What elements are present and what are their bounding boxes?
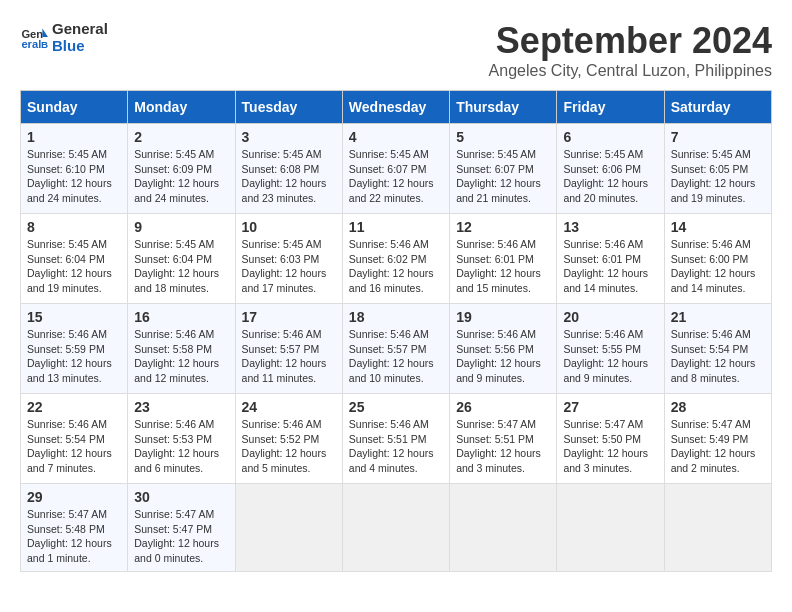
day-number: 19 — [456, 309, 550, 325]
title-section: September 2024 Angeles City, Central Luz… — [489, 20, 772, 80]
logo-text-line1: General — [52, 20, 108, 37]
empty-cell — [664, 484, 771, 572]
page-header: Gen eral B General Blue September 2024 A… — [20, 20, 772, 80]
header-thursday: Thursday — [450, 91, 557, 124]
day-cell-10: 10Sunrise: 5:45 AM Sunset: 6:03 PM Dayli… — [235, 214, 342, 304]
empty-cell — [235, 484, 342, 572]
day-number: 4 — [349, 129, 443, 145]
day-cell-14: 14Sunrise: 5:46 AM Sunset: 6:00 PM Dayli… — [664, 214, 771, 304]
day-info: Sunrise: 5:45 AM Sunset: 6:10 PM Dayligh… — [27, 147, 121, 206]
day-cell-18: 18Sunrise: 5:46 AM Sunset: 5:57 PM Dayli… — [342, 304, 449, 394]
svg-text:B: B — [41, 39, 48, 50]
day-info: Sunrise: 5:46 AM Sunset: 6:00 PM Dayligh… — [671, 237, 765, 296]
day-info: Sunrise: 5:46 AM Sunset: 6:01 PM Dayligh… — [563, 237, 657, 296]
day-number: 30 — [134, 489, 228, 505]
day-cell-30: 30Sunrise: 5:47 AM Sunset: 5:47 PM Dayli… — [128, 484, 235, 572]
day-cell-17: 17Sunrise: 5:46 AM Sunset: 5:57 PM Dayli… — [235, 304, 342, 394]
day-number: 24 — [242, 399, 336, 415]
calendar-table: SundayMondayTuesdayWednesdayThursdayFrid… — [20, 90, 772, 572]
day-cell-4: 4Sunrise: 5:45 AM Sunset: 6:07 PM Daylig… — [342, 124, 449, 214]
day-number: 29 — [27, 489, 121, 505]
day-info: Sunrise: 5:45 AM Sunset: 6:03 PM Dayligh… — [242, 237, 336, 296]
calendar-week-2: 8Sunrise: 5:45 AM Sunset: 6:04 PM Daylig… — [21, 214, 772, 304]
day-cell-16: 16Sunrise: 5:46 AM Sunset: 5:58 PM Dayli… — [128, 304, 235, 394]
day-info: Sunrise: 5:46 AM Sunset: 5:54 PM Dayligh… — [27, 417, 121, 476]
day-cell-19: 19Sunrise: 5:46 AM Sunset: 5:56 PM Dayli… — [450, 304, 557, 394]
day-number: 8 — [27, 219, 121, 235]
day-number: 3 — [242, 129, 336, 145]
day-cell-5: 5Sunrise: 5:45 AM Sunset: 6:07 PM Daylig… — [450, 124, 557, 214]
day-cell-13: 13Sunrise: 5:46 AM Sunset: 6:01 PM Dayli… — [557, 214, 664, 304]
day-number: 18 — [349, 309, 443, 325]
calendar-week-3: 15Sunrise: 5:46 AM Sunset: 5:59 PM Dayli… — [21, 304, 772, 394]
header-wednesday: Wednesday — [342, 91, 449, 124]
day-cell-11: 11Sunrise: 5:46 AM Sunset: 6:02 PM Dayli… — [342, 214, 449, 304]
day-number: 5 — [456, 129, 550, 145]
day-number: 27 — [563, 399, 657, 415]
calendar-week-1: 1Sunrise: 5:45 AM Sunset: 6:10 PM Daylig… — [21, 124, 772, 214]
day-cell-22: 22Sunrise: 5:46 AM Sunset: 5:54 PM Dayli… — [21, 394, 128, 484]
day-info: Sunrise: 5:45 AM Sunset: 6:07 PM Dayligh… — [349, 147, 443, 206]
day-info: Sunrise: 5:46 AM Sunset: 5:55 PM Dayligh… — [563, 327, 657, 386]
day-cell-3: 3Sunrise: 5:45 AM Sunset: 6:08 PM Daylig… — [235, 124, 342, 214]
day-info: Sunrise: 5:45 AM Sunset: 6:08 PM Dayligh… — [242, 147, 336, 206]
logo-text-line2: Blue — [52, 37, 108, 54]
day-info: Sunrise: 5:47 AM Sunset: 5:51 PM Dayligh… — [456, 417, 550, 476]
day-cell-2: 2Sunrise: 5:45 AM Sunset: 6:09 PM Daylig… — [128, 124, 235, 214]
day-cell-20: 20Sunrise: 5:46 AM Sunset: 5:55 PM Dayli… — [557, 304, 664, 394]
day-number: 12 — [456, 219, 550, 235]
header-row: SundayMondayTuesdayWednesdayThursdayFrid… — [21, 91, 772, 124]
day-cell-1: 1Sunrise: 5:45 AM Sunset: 6:10 PM Daylig… — [21, 124, 128, 214]
day-cell-25: 25Sunrise: 5:46 AM Sunset: 5:51 PM Dayli… — [342, 394, 449, 484]
day-info: Sunrise: 5:45 AM Sunset: 6:06 PM Dayligh… — [563, 147, 657, 206]
day-number: 14 — [671, 219, 765, 235]
day-cell-6: 6Sunrise: 5:45 AM Sunset: 6:06 PM Daylig… — [557, 124, 664, 214]
day-cell-23: 23Sunrise: 5:46 AM Sunset: 5:53 PM Dayli… — [128, 394, 235, 484]
day-cell-21: 21Sunrise: 5:46 AM Sunset: 5:54 PM Dayli… — [664, 304, 771, 394]
day-info: Sunrise: 5:46 AM Sunset: 5:52 PM Dayligh… — [242, 417, 336, 476]
day-info: Sunrise: 5:45 AM Sunset: 6:04 PM Dayligh… — [27, 237, 121, 296]
day-info: Sunrise: 5:46 AM Sunset: 6:01 PM Dayligh… — [456, 237, 550, 296]
header-monday: Monday — [128, 91, 235, 124]
day-number: 26 — [456, 399, 550, 415]
day-cell-24: 24Sunrise: 5:46 AM Sunset: 5:52 PM Dayli… — [235, 394, 342, 484]
day-info: Sunrise: 5:46 AM Sunset: 5:56 PM Dayligh… — [456, 327, 550, 386]
day-info: Sunrise: 5:46 AM Sunset: 5:57 PM Dayligh… — [349, 327, 443, 386]
day-number: 16 — [134, 309, 228, 325]
day-info: Sunrise: 5:46 AM Sunset: 5:59 PM Dayligh… — [27, 327, 121, 386]
day-info: Sunrise: 5:47 AM Sunset: 5:49 PM Dayligh… — [671, 417, 765, 476]
logo: Gen eral B General Blue — [20, 20, 108, 54]
day-number: 9 — [134, 219, 228, 235]
empty-cell — [450, 484, 557, 572]
day-info: Sunrise: 5:46 AM Sunset: 6:02 PM Dayligh… — [349, 237, 443, 296]
empty-cell — [557, 484, 664, 572]
day-info: Sunrise: 5:47 AM Sunset: 5:50 PM Dayligh… — [563, 417, 657, 476]
header-saturday: Saturday — [664, 91, 771, 124]
day-info: Sunrise: 5:46 AM Sunset: 5:53 PM Dayligh… — [134, 417, 228, 476]
day-info: Sunrise: 5:46 AM Sunset: 5:57 PM Dayligh… — [242, 327, 336, 386]
day-number: 21 — [671, 309, 765, 325]
day-info: Sunrise: 5:47 AM Sunset: 5:48 PM Dayligh… — [27, 507, 121, 566]
day-info: Sunrise: 5:45 AM Sunset: 6:09 PM Dayligh… — [134, 147, 228, 206]
day-cell-8: 8Sunrise: 5:45 AM Sunset: 6:04 PM Daylig… — [21, 214, 128, 304]
day-info: Sunrise: 5:45 AM Sunset: 6:05 PM Dayligh… — [671, 147, 765, 206]
logo-icon: Gen eral B — [20, 23, 48, 51]
day-info: Sunrise: 5:46 AM Sunset: 5:58 PM Dayligh… — [134, 327, 228, 386]
day-cell-29: 29Sunrise: 5:47 AM Sunset: 5:48 PM Dayli… — [21, 484, 128, 572]
day-cell-12: 12Sunrise: 5:46 AM Sunset: 6:01 PM Dayli… — [450, 214, 557, 304]
day-number: 7 — [671, 129, 765, 145]
header-tuesday: Tuesday — [235, 91, 342, 124]
calendar-week-5: 29Sunrise: 5:47 AM Sunset: 5:48 PM Dayli… — [21, 484, 772, 572]
svg-marker-2 — [42, 29, 48, 37]
day-cell-26: 26Sunrise: 5:47 AM Sunset: 5:51 PM Dayli… — [450, 394, 557, 484]
day-cell-28: 28Sunrise: 5:47 AM Sunset: 5:49 PM Dayli… — [664, 394, 771, 484]
day-cell-7: 7Sunrise: 5:45 AM Sunset: 6:05 PM Daylig… — [664, 124, 771, 214]
day-info: Sunrise: 5:45 AM Sunset: 6:04 PM Dayligh… — [134, 237, 228, 296]
day-cell-15: 15Sunrise: 5:46 AM Sunset: 5:59 PM Dayli… — [21, 304, 128, 394]
day-number: 17 — [242, 309, 336, 325]
day-cell-9: 9Sunrise: 5:45 AM Sunset: 6:04 PM Daylig… — [128, 214, 235, 304]
day-number: 13 — [563, 219, 657, 235]
svg-text:eral: eral — [21, 38, 41, 50]
day-cell-27: 27Sunrise: 5:47 AM Sunset: 5:50 PM Dayli… — [557, 394, 664, 484]
day-number: 1 — [27, 129, 121, 145]
